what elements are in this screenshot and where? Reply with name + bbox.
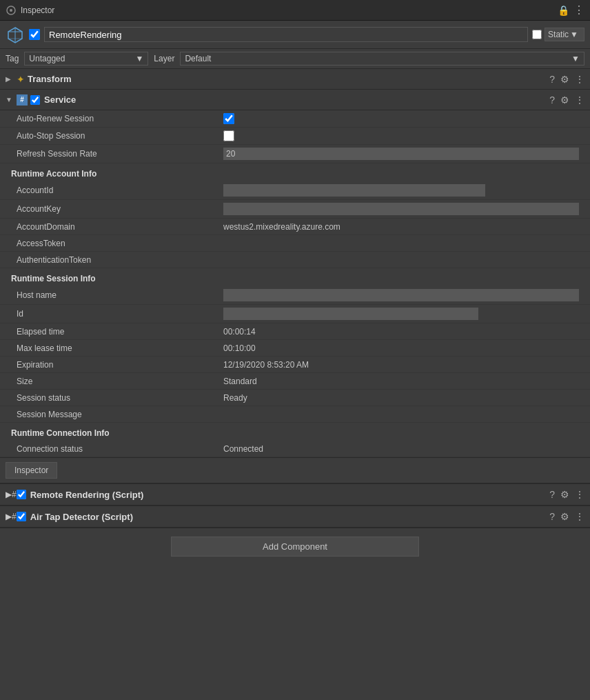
transform-title: Transform	[28, 74, 549, 84]
static-label: Static	[548, 30, 569, 39]
transform-star-icon: ✦	[17, 74, 25, 85]
access-token-row: AccessToken	[0, 235, 590, 252]
auth-token-label: AuthenticationToken	[17, 255, 223, 265]
remote-rendering-enabled-checkbox[interactable]	[17, 490, 26, 499]
account-domain-value: westus2.mixedreality.azure.com	[223, 222, 579, 232]
auth-token-row: AuthenticationToken	[0, 252, 590, 268]
air-tap-help-button[interactable]: ?	[549, 512, 555, 521]
air-tap-script-title: Air Tap Detector (Script)	[30, 512, 550, 522]
transform-chevron-icon: ▶	[6, 75, 14, 83]
remote-rendering-settings-button[interactable]: ⚙	[560, 490, 569, 499]
refresh-rate-input[interactable]	[223, 148, 579, 160]
tag-dropdown[interactable]: Untagged ▼	[24, 52, 148, 66]
max-lease-value: 00:10:00	[223, 343, 579, 353]
elapsed-time-value: 00:00:14	[223, 327, 579, 337]
object-enabled-checkbox[interactable]	[29, 29, 40, 40]
layer-label: Layer	[154, 54, 174, 63]
runtime-connection-info-label: Runtime Connection Info	[0, 423, 590, 441]
air-tap-settings-button[interactable]: ⚙	[560, 512, 569, 521]
remote-rendering-menu-button[interactable]: ⋮	[575, 490, 584, 499]
account-domain-label: AccountDomain	[17, 222, 223, 232]
inspector-tab-area: Inspector	[0, 457, 590, 483]
max-lease-row: Max lease time 00:10:00	[0, 340, 590, 357]
auto-stop-checkbox[interactable]	[223, 130, 234, 141]
inspector-window-icon	[6, 5, 17, 16]
account-id-input[interactable]	[223, 184, 485, 197]
air-tap-chevron-icon: ▶	[6, 512, 12, 521]
remote-rendering-help-button[interactable]: ?	[549, 490, 555, 499]
host-name-label: Host name	[17, 290, 223, 300]
auto-renew-row: Auto-Renew Session	[0, 110, 590, 128]
tag-chevron-icon: ▼	[135, 54, 143, 63]
remote-rendering-icons: ? ⚙ ⋮	[549, 490, 584, 499]
service-section-icons: ? ⚙ ⋮	[549, 95, 584, 105]
transform-menu-button[interactable]: ⋮	[575, 74, 584, 84]
object-name-input[interactable]	[44, 27, 528, 42]
transform-help-button[interactable]: ?	[549, 74, 555, 84]
account-key-row: AccountKey	[0, 200, 590, 219]
service-settings-button[interactable]: ⚙	[560, 95, 569, 105]
connection-status-row: Connection status Connected	[0, 441, 590, 457]
service-help-button[interactable]: ?	[549, 95, 555, 105]
refresh-rate-row: Refresh Session Rate	[0, 145, 590, 163]
service-menu-button[interactable]: ⋮	[575, 95, 584, 105]
lock-icon[interactable]: 🔒	[558, 5, 569, 16]
service-chevron-icon: ▼	[6, 96, 14, 103]
expiration-label: Expiration	[17, 360, 223, 370]
id-row: Id	[0, 305, 590, 323]
air-tap-menu-button[interactable]: ⋮	[575, 512, 584, 521]
remote-rendering-chevron-icon: ▶	[6, 490, 12, 499]
title-bar-right: 🔒 ⋮	[558, 3, 584, 17]
account-domain-row: AccountDomain westus2.mixedreality.azure…	[0, 219, 590, 235]
transform-settings-button[interactable]: ⚙	[560, 74, 569, 84]
remote-rendering-script-section[interactable]: ▶ # Remote Rendering (Script) ? ⚙ ⋮	[0, 483, 590, 506]
transform-section-header[interactable]: ▶ ✦ Transform ? ⚙ ⋮	[0, 69, 590, 90]
tag-label: Tag	[6, 54, 19, 63]
svg-point-1	[10, 9, 12, 12]
title-bar-title: Inspector	[21, 6, 54, 15]
air-tap-enabled-checkbox[interactable]	[17, 512, 26, 521]
add-component-button[interactable]: Add Component	[171, 537, 419, 557]
static-button[interactable]: Static ▼	[545, 28, 584, 41]
expiration-value: 12/19/2020 8:53:20 AM	[223, 360, 579, 370]
access-token-label: AccessToken	[17, 239, 223, 248]
tag-value: Untagged	[29, 54, 65, 63]
inspector-tab[interactable]: Inspector	[6, 462, 57, 479]
auto-renew-checkbox[interactable]	[223, 113, 234, 124]
session-status-row: Session status Ready	[0, 390, 590, 406]
object-header: Static ▼	[0, 21, 590, 49]
session-status-label: Session status	[17, 393, 223, 403]
host-name-input[interactable]	[223, 289, 579, 301]
static-area: Static ▼	[532, 28, 584, 41]
title-bar-left: Inspector	[6, 5, 54, 16]
cube-icon	[6, 25, 25, 44]
static-chevron-icon: ▼	[570, 30, 578, 39]
size-value: Standard	[223, 377, 579, 386]
id-input[interactable]	[223, 308, 478, 320]
transform-section-icons: ? ⚙ ⋮	[549, 74, 584, 84]
add-component-area: Add Component	[0, 528, 590, 565]
title-menu-icon[interactable]: ⋮	[573, 3, 584, 17]
runtime-session-info-label: Runtime Session Info	[0, 268, 590, 286]
air-tap-icons: ? ⚙ ⋮	[549, 512, 584, 521]
account-id-row: AccountId	[0, 181, 590, 200]
session-status-value: Ready	[223, 393, 579, 403]
remote-rendering-hash-badge: #	[12, 490, 17, 499]
layer-dropdown[interactable]: Default ▼	[180, 52, 584, 66]
service-section-header[interactable]: ▼ # Service ? ⚙ ⋮	[0, 90, 590, 110]
account-key-label: AccountKey	[17, 204, 223, 214]
air-tap-detector-section[interactable]: ▶ # Air Tap Detector (Script) ? ⚙ ⋮	[0, 506, 590, 528]
air-tap-hash-badge: #	[12, 512, 17, 521]
account-key-input[interactable]	[223, 203, 579, 215]
runtime-account-info-label: Runtime Account Info	[0, 163, 590, 181]
service-hash-badge: #	[17, 94, 28, 106]
auto-stop-row: Auto-Stop Session	[0, 128, 590, 145]
connection-status-value: Connected	[223, 444, 579, 454]
session-message-row: Session Message	[0, 406, 590, 423]
service-enabled-checkbox[interactable]	[30, 95, 40, 105]
elapsed-time-row: Elapsed time 00:00:14	[0, 323, 590, 340]
layer-value: Default	[185, 54, 211, 63]
static-checkbox[interactable]	[532, 30, 542, 39]
size-row: Size Standard	[0, 373, 590, 390]
title-bar: Inspector 🔒 ⋮	[0, 0, 590, 21]
